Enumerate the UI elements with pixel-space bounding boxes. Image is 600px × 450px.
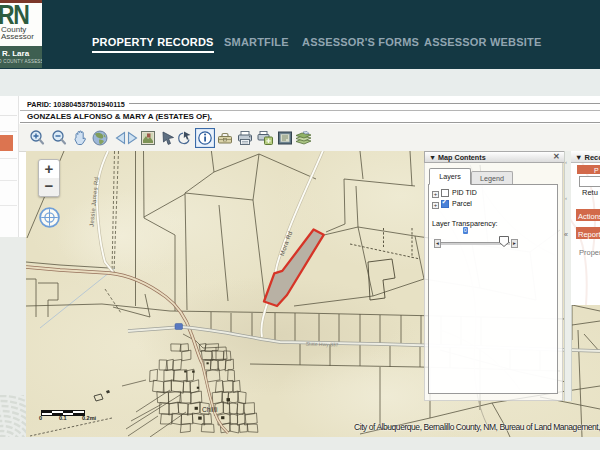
svg-text:State Hwy 337: State Hwy 337: [306, 340, 339, 347]
svg-text:Mora Rd: Mora Rd: [279, 230, 293, 256]
svg-text:Chilili: Chilili: [202, 406, 218, 413]
